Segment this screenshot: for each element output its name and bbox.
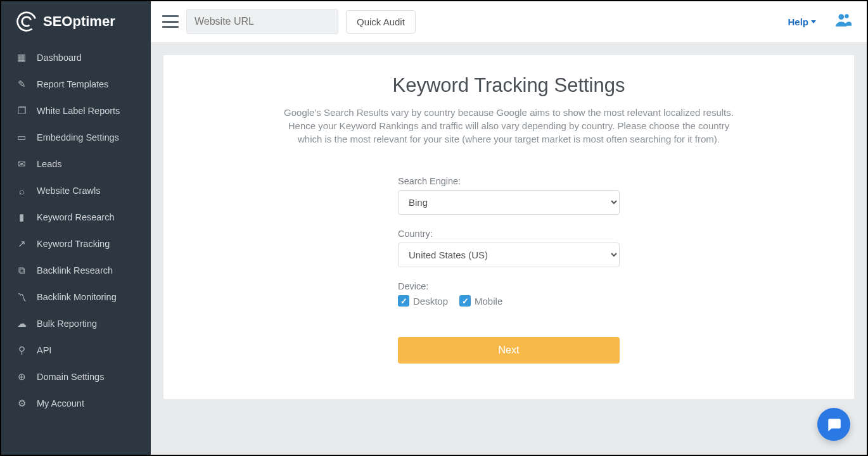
chevron-down-icon (811, 20, 816, 23)
sidebar-item-bulk-reporting[interactable]: ☁Bulk Reporting (1, 310, 151, 337)
sidebar-item-label: Backlink Research (37, 265, 113, 276)
country-label: Country: (398, 229, 620, 239)
sidebar-item-embedding-settings[interactable]: ▭Embedding Settings (1, 124, 151, 151)
external-icon: ⧉ (16, 265, 27, 276)
sidebar-item-label: Website Crawls (37, 186, 100, 196)
gear-icon: ⚙ (16, 398, 27, 408)
sidebar-item-label: Keyword Tracking (37, 239, 110, 249)
rect-icon: ▭ (16, 132, 27, 142)
sidebar-item-domain-settings[interactable]: ⊕Domain Settings (1, 364, 151, 390)
svg-point-0 (838, 14, 844, 20)
sidebar-item-label: Bulk Reporting (37, 319, 97, 329)
page-description: Google's Search Results vary by country … (281, 106, 737, 146)
sidebar-item-keyword-research[interactable]: ▮Keyword Research (1, 204, 151, 231)
nav-list: ▦Dashboard ✎Report Templates ❐White Labe… (1, 44, 151, 417)
mobile-checkbox[interactable]: ✓ (459, 295, 471, 307)
edit-icon: ✎ (16, 79, 27, 89)
settings-card: Keyword Tracking Settings Google's Searc… (163, 55, 854, 399)
quick-audit-button[interactable]: Quick Audit (346, 10, 416, 34)
globe-icon: ⊕ (16, 372, 27, 382)
mobile-label: Mobile (475, 296, 502, 307)
plug-icon: ⚲ (16, 345, 27, 355)
topbar: Quick Audit Help (151, 1, 867, 42)
desktop-label: Desktop (413, 296, 448, 307)
sidebar-item-label: Dashboard (37, 53, 82, 63)
logo-icon (15, 10, 38, 33)
sidebar-item-my-account[interactable]: ⚙My Account (1, 390, 151, 417)
page-title: Keyword Tracking Settings (189, 74, 829, 97)
search-engine-select[interactable]: Bing (398, 190, 620, 215)
device-label: Device: (398, 281, 620, 291)
target-icon: ↗ (16, 239, 27, 249)
grid-icon: ▦ (16, 53, 27, 63)
settings-form: Search Engine: Bing Country: United Stat… (398, 176, 620, 364)
sidebar-item-api[interactable]: ⚲API (1, 337, 151, 364)
mail-icon: ✉ (16, 159, 27, 169)
cloud-icon: ☁ (16, 319, 27, 329)
next-button[interactable]: Next (398, 337, 620, 364)
search-engine-label: Search Engine: (398, 176, 620, 186)
chat-icon (826, 416, 842, 433)
help-label: Help (788, 16, 808, 27)
sidebar: SEOptimer ▦Dashboard ✎Report Templates ❐… (1, 1, 151, 455)
sidebar-item-label: Leads (37, 159, 62, 169)
desktop-checkbox[interactable]: ✓ (398, 295, 409, 307)
sidebar-item-report-templates[interactable]: ✎Report Templates (1, 71, 151, 98)
line-chart-icon: 〽 (16, 292, 27, 302)
svg-point-1 (845, 14, 849, 18)
sidebar-item-backlink-research[interactable]: ⧉Backlink Research (1, 257, 151, 284)
website-url-input[interactable] (186, 9, 338, 34)
sidebar-item-dashboard[interactable]: ▦Dashboard (1, 44, 151, 71)
search-icon: ⌕ (16, 186, 27, 196)
sidebar-item-label: Report Templates (37, 79, 108, 89)
user-icon[interactable] (835, 12, 852, 31)
sidebar-item-label: Keyword Research (37, 212, 115, 222)
sidebar-item-label: My Account (37, 398, 84, 408)
sidebar-item-white-label-reports[interactable]: ❐White Label Reports (1, 98, 151, 124)
sidebar-item-label: Backlink Monitoring (37, 292, 117, 302)
sidebar-item-website-crawls[interactable]: ⌕Website Crawls (1, 177, 151, 204)
logo[interactable]: SEOptimer (1, 1, 151, 44)
chat-fab[interactable] (817, 408, 850, 441)
sidebar-item-label: Domain Settings (37, 372, 104, 382)
sidebar-item-leads[interactable]: ✉Leads (1, 151, 151, 177)
sidebar-item-label: White Label Reports (37, 106, 120, 116)
logo-text: SEOptimer (43, 13, 115, 30)
copy-icon: ❐ (16, 106, 27, 116)
sidebar-item-label: Embedding Settings (37, 132, 119, 142)
chart-icon: ▮ (16, 212, 27, 222)
sidebar-item-label: API (37, 345, 51, 355)
menu-toggle-icon[interactable] (162, 15, 179, 28)
sidebar-item-backlink-monitoring[interactable]: 〽Backlink Monitoring (1, 284, 151, 310)
sidebar-item-keyword-tracking[interactable]: ↗Keyword Tracking (1, 231, 151, 257)
help-menu[interactable]: Help (788, 16, 816, 27)
country-select[interactable]: United States (US) (398, 243, 620, 267)
